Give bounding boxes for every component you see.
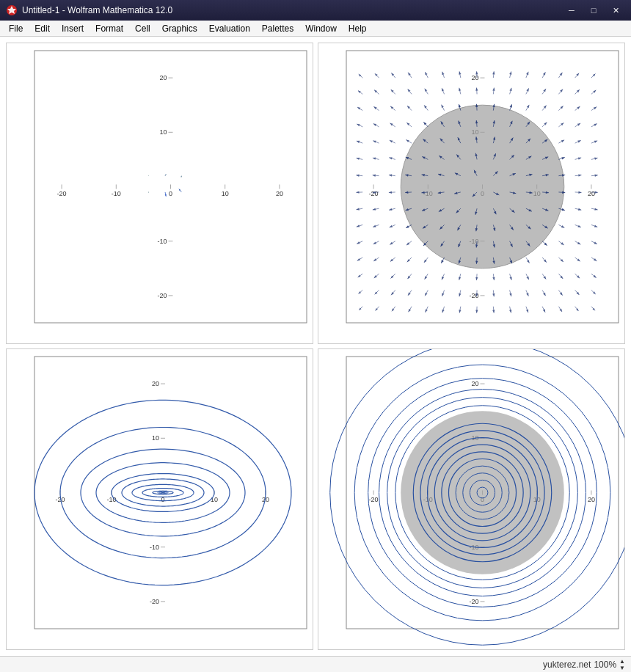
menu-help[interactable]: Help [343, 22, 373, 35]
zoom-up-arrow[interactable]: ▲ [619, 658, 625, 665]
menu-file[interactable]: File [3, 22, 29, 35]
menu-window[interactable]: Window [299, 22, 343, 35]
streamlines-canvas-1 [7, 349, 313, 650]
zoom-label: 100% [594, 660, 616, 670]
zoom-down-arrow[interactable]: ▼ [619, 665, 625, 671]
plot-bottom-right[interactable] [318, 348, 625, 650]
menu-graphics[interactable]: Graphics [156, 22, 203, 35]
menu-format[interactable]: Format [90, 22, 129, 35]
maximize-button[interactable]: □ [584, 4, 603, 17]
app-icon [6, 4, 18, 16]
zoom-arrows[interactable]: ▲ ▼ [619, 658, 625, 671]
menu-bar: File Edit Insert Format Cell Graphics Ev… [0, 21, 631, 37]
menu-cell[interactable]: Cell [129, 22, 156, 35]
status-bar: yukterez.net 100% ▲ ▼ [0, 656, 631, 672]
minimize-button[interactable]: ─ [562, 4, 581, 17]
title-bar: Untitled-1 - Wolfram Mathematica 12.0 ─ … [0, 0, 631, 21]
vector-field-canvas-1 [7, 43, 313, 344]
website-label: yukterez.net [543, 660, 591, 670]
plot-bottom-left[interactable] [6, 348, 313, 650]
menu-palettes[interactable]: Palettes [256, 22, 299, 35]
streamlines-canvas-2 [318, 349, 625, 650]
window-title: Untitled-1 - Wolfram Mathematica 12.0 [22, 5, 562, 15]
menu-edit[interactable]: Edit [29, 22, 56, 35]
menu-insert[interactable]: Insert [56, 22, 90, 35]
plot-top-right[interactable] [318, 43, 625, 344]
plot-top-left[interactable] [6, 43, 313, 344]
menu-evaluation[interactable]: Evaluation [203, 22, 256, 35]
close-button[interactable]: ✕ [606, 4, 625, 17]
notebook-content [0, 37, 631, 656]
vector-field-canvas-2 [318, 43, 625, 344]
